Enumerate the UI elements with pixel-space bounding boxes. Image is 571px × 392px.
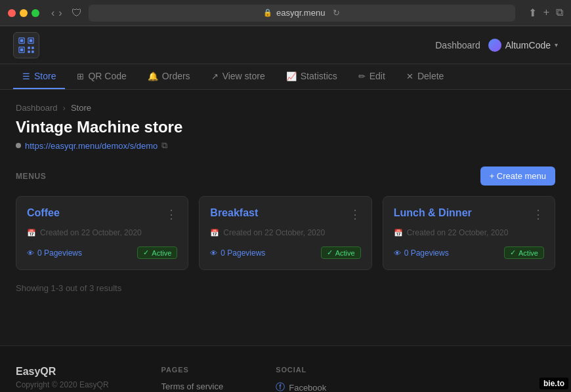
- windows-icon[interactable]: ⧉: [556, 7, 563, 19]
- tab-edit[interactable]: ✏ Edit: [349, 64, 394, 89]
- user-menu[interactable]: AltumCode ▾: [488, 39, 558, 52]
- minimize-button[interactable]: [20, 9, 28, 17]
- delete-icon: ✕: [406, 71, 413, 81]
- status-badge-lunch-dinner: ✓ Active: [504, 246, 544, 259]
- calendar-icon: 📅: [394, 229, 403, 237]
- forward-button[interactable]: ›: [58, 7, 62, 19]
- maximize-button[interactable]: [32, 9, 39, 17]
- tab-store[interactable]: ☰ Store: [13, 64, 65, 89]
- card-title-breakfast[interactable]: Breakfast: [210, 207, 258, 219]
- tab-view-store[interactable]: ↗ View store: [202, 64, 274, 89]
- card-title-coffee[interactable]: Coffee: [27, 207, 60, 219]
- card-more-icon[interactable]: ⋮: [165, 207, 177, 222]
- chevron-down-icon: ▾: [555, 41, 558, 49]
- browser-actions: ⬆ + ⧉: [528, 7, 563, 19]
- qr-icon: ⊞: [77, 71, 84, 81]
- footer: EasyQR Copyright © 2020 EasyQR ☀ Switch …: [0, 345, 571, 392]
- address-bar[interactable]: 🔒 easyqr.menu ↻: [89, 5, 515, 22]
- eye-icon: 👁: [394, 249, 401, 257]
- share-icon[interactable]: ⬆: [528, 7, 537, 19]
- browser-nav: ‹ ›: [51, 7, 62, 19]
- reload-icon[interactable]: ↻: [333, 8, 340, 18]
- footer-terms-link[interactable]: Terms of service: [161, 382, 224, 391]
- edit-icon: ✏: [358, 71, 366, 81]
- create-menu-button[interactable]: + Create menu: [480, 167, 555, 186]
- check-icon: ✓: [510, 248, 516, 257]
- tab-statistics[interactable]: 📈 Statistics: [277, 64, 347, 89]
- eye-icon: 👁: [210, 249, 217, 257]
- pageviews-lunch-dinner[interactable]: 👁 0 Pageviews: [394, 248, 449, 258]
- tab-qr-label: QR Code: [88, 71, 126, 81]
- status-text: Active: [518, 249, 538, 257]
- tab-delete[interactable]: ✕ Delete: [397, 64, 453, 89]
- status-text: Active: [152, 249, 171, 257]
- footer-facebook-link[interactable]: ⓕ Facebook: [276, 382, 326, 392]
- user-avatar: [488, 39, 501, 52]
- breadcrumb: Dashboard › Store: [16, 103, 555, 113]
- main-content: Dashboard › Store Vintage Machine store …: [0, 90, 571, 345]
- card-header: Breakfast ⋮: [210, 207, 360, 222]
- svg-rect-2: [20, 39, 24, 42]
- card-date-text: Created on 22 October, 2020: [407, 228, 509, 237]
- footer-brand-name: EasyQR: [16, 366, 109, 378]
- close-button[interactable]: [8, 9, 16, 17]
- breadcrumb-current: Store: [71, 103, 91, 113]
- store-icon: ☰: [22, 71, 30, 81]
- statistics-icon: 📈: [286, 71, 297, 81]
- card-date-lunch-dinner: 📅 Created on 22 October, 2020: [394, 228, 544, 237]
- facebook-label: Facebook: [289, 383, 326, 393]
- tab-orders-label: Orders: [162, 71, 190, 81]
- pageviews-text: 0 Pageviews: [221, 248, 265, 258]
- check-icon: ✓: [143, 248, 149, 257]
- pageviews-breakfast[interactable]: 👁 0 Pageviews: [210, 248, 265, 258]
- copy-icon[interactable]: ⧉: [161, 140, 167, 151]
- tab-delete-label: Delete: [417, 71, 444, 81]
- card-header: Lunch & Dinner ⋮: [394, 207, 544, 222]
- facebook-icon: ⓕ: [276, 382, 285, 392]
- card-title-lunch-dinner[interactable]: Lunch & Dinner: [394, 207, 472, 219]
- traffic-lights: [8, 9, 39, 17]
- tab-qr-code[interactable]: ⊞ QR Code: [68, 64, 135, 89]
- tab-edit-label: Edit: [370, 71, 385, 81]
- url-text: easyqr.menu: [276, 8, 325, 18]
- tab-orders[interactable]: 🔔 Orders: [138, 64, 200, 89]
- breadcrumb-separator: ›: [63, 103, 66, 113]
- card-more-icon[interactable]: ⋮: [349, 207, 361, 222]
- url-status-dot: [16, 143, 21, 148]
- nav-tabs: ☰ Store ⊞ QR Code 🔔 Orders ↗ View store …: [0, 64, 571, 90]
- card-date-text: Created on 22 October, 2020: [40, 228, 142, 237]
- view-store-icon: ↗: [211, 71, 219, 81]
- eye-icon: 👁: [27, 249, 34, 257]
- svg-rect-11: [28, 50, 30, 53]
- menu-card-coffee: Coffee ⋮ 📅 Created on 22 October, 2020 👁…: [16, 196, 188, 270]
- store-url-link[interactable]: https://easyqr.menu/demox/s/demo: [25, 141, 158, 151]
- store-url-row: https://easyqr.menu/demox/s/demo ⧉: [16, 140, 555, 151]
- menus-label: MENUS: [16, 172, 46, 181]
- logo[interactable]: [13, 32, 39, 58]
- card-date-breakfast: 📅 Created on 22 October, 2020: [210, 228, 360, 237]
- back-button[interactable]: ‹: [51, 7, 54, 19]
- menus-header: MENUS + Create menu: [16, 167, 555, 186]
- page-title: Vintage Machine store: [16, 118, 555, 136]
- menu-card-breakfast: Breakfast ⋮ 📅 Created on 22 October, 202…: [199, 196, 371, 270]
- pageviews-coffee[interactable]: 👁 0 Pageviews: [27, 248, 82, 258]
- shield-icon: 🛡: [72, 7, 82, 19]
- check-icon: ✓: [327, 248, 333, 257]
- status-text: Active: [335, 249, 355, 257]
- watermark: bie.to: [539, 378, 568, 389]
- footer-copyright: Copyright © 2020 EasyQR: [16, 380, 109, 389]
- footer-social-title: SOCIAL: [276, 366, 326, 374]
- app-header: Dashboard AltumCode ▾: [0, 26, 571, 64]
- lock-icon: 🔒: [263, 9, 272, 17]
- new-tab-icon[interactable]: +: [543, 7, 549, 19]
- svg-rect-10: [32, 47, 34, 49]
- card-footer-breakfast: 👁 0 Pageviews ✓ Active: [210, 246, 360, 259]
- footer-pages-title: PAGES: [161, 366, 224, 374]
- tab-statistics-label: Statistics: [301, 71, 337, 81]
- breadcrumb-parent[interactable]: Dashboard: [16, 103, 58, 113]
- status-badge-breakfast: ✓ Active: [321, 246, 361, 259]
- card-footer-lunch-dinner: 👁 0 Pageviews ✓ Active: [394, 246, 544, 259]
- card-more-icon[interactable]: ⋮: [532, 207, 544, 222]
- dashboard-link[interactable]: Dashboard: [435, 40, 480, 50]
- pageviews-text: 0 Pageviews: [37, 248, 82, 258]
